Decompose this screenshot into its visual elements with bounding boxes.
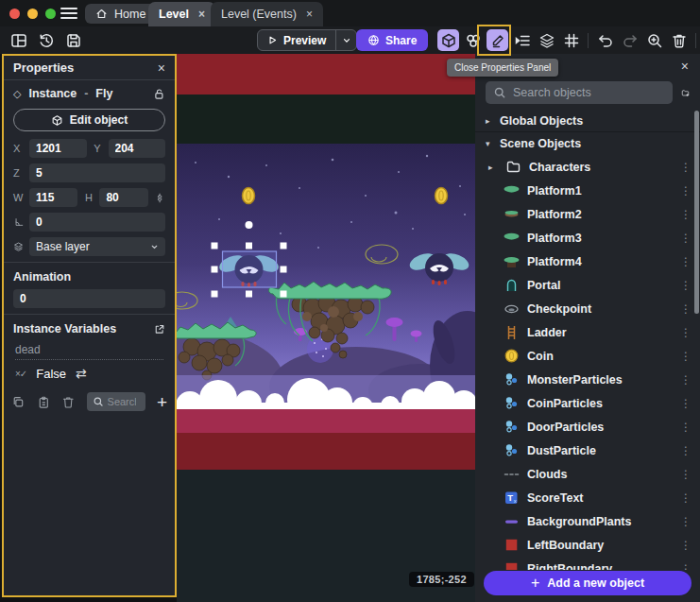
undo-icon[interactable]	[594, 29, 616, 51]
z-input[interactable]	[29, 163, 165, 182]
object-menu-icon[interactable]: ⋮	[679, 468, 692, 481]
object-item-coin[interactable]: Coin ⋮	[475, 344, 700, 368]
angle-input[interactable]	[29, 213, 165, 232]
save-icon[interactable]	[62, 29, 84, 51]
instances-list-icon[interactable]	[511, 29, 533, 51]
object-menu-icon[interactable]: ⋮	[679, 279, 692, 292]
link-dimensions-icon[interactable]	[154, 192, 165, 204]
object-menu-icon[interactable]: ⋮	[679, 421, 692, 434]
objects-scrollbar[interactable]	[694, 111, 699, 314]
object-item-monsterparticles[interactable]: MonsterParticles ⋮	[475, 368, 700, 391]
height-input[interactable]	[99, 188, 147, 207]
minimize-window-icon[interactable]	[27, 9, 38, 19]
preview-dropdown-button[interactable]	[335, 30, 356, 50]
history-icon[interactable]	[35, 29, 57, 51]
object-item-coinparticles[interactable]: CoinParticles ⋮	[475, 391, 700, 415]
y-input[interactable]	[109, 139, 166, 158]
edit-object-label: Edit object	[70, 113, 128, 127]
layer-select[interactable]: Base layer	[29, 237, 165, 256]
instance-variables-title: Instance Variables	[13, 322, 116, 335]
hamburger-menu-icon[interactable]	[60, 8, 77, 19]
variable-name[interactable]: dead	[15, 343, 163, 360]
object-item-platform2[interactable]: Platform2 ⋮	[475, 202, 700, 226]
w-label: W	[13, 192, 24, 203]
object-item-portal[interactable]: Portal ⋮	[475, 273, 700, 297]
close-objects-icon[interactable]: ×	[681, 59, 689, 74]
platform-dirt-icon	[504, 253, 520, 269]
object-item-platform4[interactable]: Platform4 ⋮	[475, 249, 700, 273]
scene-canvas[interactable]: 1785;-252	[177, 54, 475, 602]
object-list: ▸ Characters ⋮ Platform1 ⋮ Platform2 ⋮ P…	[475, 155, 700, 580]
preview-button[interactable]: Preview	[257, 29, 357, 51]
object-item-platform1[interactable]: Platform1 ⋮	[475, 179, 700, 202]
objects-search-input[interactable]	[513, 86, 665, 99]
close-tab-icon[interactable]: ×	[198, 8, 205, 21]
properties-title: Properties	[13, 60, 74, 75]
object-menu-icon[interactable]: ⋮	[679, 444, 692, 457]
zoom-in-icon[interactable]	[643, 29, 665, 51]
tab-home[interactable]: Home	[85, 4, 156, 24]
search-icon	[493, 86, 506, 99]
add-object-button[interactable]: + Add a new object	[484, 571, 691, 595]
x-input[interactable]	[29, 139, 87, 158]
global-objects-section[interactable]: ▸ Global Objects	[475, 110, 700, 132]
rotation-handle	[246, 221, 253, 229]
object-item-checkpoint[interactable]: Checkpoint ⋮	[475, 297, 700, 320]
object-menu-icon[interactable]: ⋮	[679, 232, 692, 245]
object-item-doorparticles[interactable]: DoorParticles ⋮	[475, 415, 700, 439]
object-item-clouds[interactable]: Clouds ⋮	[475, 462, 700, 486]
delete-icon[interactable]	[668, 29, 690, 51]
open-variables-icon[interactable]	[153, 323, 165, 335]
variables-search-input[interactable]	[108, 396, 136, 407]
share-button[interactable]: Share	[356, 29, 428, 51]
object-menu-icon[interactable]: ⋮	[679, 373, 692, 387]
variable-value[interactable]: False	[36, 367, 66, 381]
scene-objects-section[interactable]: ▾ Scene Objects	[475, 132, 700, 155]
add-variable-button[interactable]: +	[157, 393, 167, 411]
width-input[interactable]	[29, 188, 77, 207]
toggle-variable-icon[interactable]: ⇄	[76, 366, 87, 381]
object-label: Platform3	[527, 232, 672, 245]
object-menu-icon[interactable]: ⋮	[679, 184, 692, 198]
delete-variable-icon[interactable]	[61, 395, 76, 409]
layers-icon[interactable]	[536, 29, 557, 51]
tab-level[interactable]: Level ×	[148, 2, 215, 26]
close-tab-icon[interactable]: ×	[306, 8, 313, 21]
object-item-backgroundplants[interactable]: BackgroundPlants ⋮	[475, 509, 700, 533]
object-menu-icon[interactable]: ⋮	[679, 515, 692, 528]
object-item-platform3[interactable]: Platform3 ⋮	[475, 226, 700, 249]
edit-object-button[interactable]: Edit object	[13, 109, 165, 131]
text-icon: Tx	[504, 490, 520, 506]
object-item-scoretext[interactable]: Tx ScoreText ⋮	[475, 486, 700, 509]
object-item-characters[interactable]: ▸ Characters ⋮	[475, 155, 700, 179]
view-3d-icon[interactable]	[437, 29, 459, 51]
grid-icon[interactable]	[560, 29, 582, 51]
object-menu-icon[interactable]: ⋮	[679, 208, 692, 221]
object-item-ladder[interactable]: Ladder ⋮	[475, 320, 700, 344]
object-menu-icon[interactable]: ⋮	[679, 161, 692, 174]
tab-level-events[interactable]: Level (Events) ×	[211, 2, 323, 26]
object-groups-icon[interactable]	[462, 29, 484, 51]
redo-icon[interactable]	[619, 29, 640, 51]
project-panels-icon[interactable]	[8, 29, 29, 51]
object-menu-icon[interactable]: ⋮	[679, 350, 692, 363]
animation-input[interactable]	[13, 289, 165, 308]
lock-open-icon[interactable]	[152, 87, 165, 100]
object-menu-icon[interactable]: ⋮	[679, 491, 692, 505]
object-item-leftboundary[interactable]: LeftBoundary ⋮	[475, 533, 700, 557]
edit-scene-pencil-icon[interactable]	[487, 29, 508, 51]
object-item-dustparticle[interactable]: DustParticle ⋮	[475, 439, 700, 462]
object-menu-icon[interactable]: ⋮	[679, 302, 692, 316]
paste-icon[interactable]	[37, 395, 51, 409]
copy-icon[interactable]	[11, 395, 26, 409]
object-menu-icon[interactable]: ⋮	[679, 255, 692, 268]
object-menu-icon[interactable]: ⋮	[679, 539, 692, 552]
close-properties-icon[interactable]: ×	[158, 60, 165, 76]
maximize-window-icon[interactable]	[45, 9, 56, 19]
object-menu-icon[interactable]: ⋮	[679, 326, 692, 339]
close-window-icon[interactable]	[9, 9, 20, 19]
add-folder-icon[interactable]	[681, 85, 690, 101]
variables-search[interactable]	[87, 392, 145, 411]
objects-search[interactable]	[486, 81, 673, 104]
object-menu-icon[interactable]: ⋮	[679, 397, 692, 410]
